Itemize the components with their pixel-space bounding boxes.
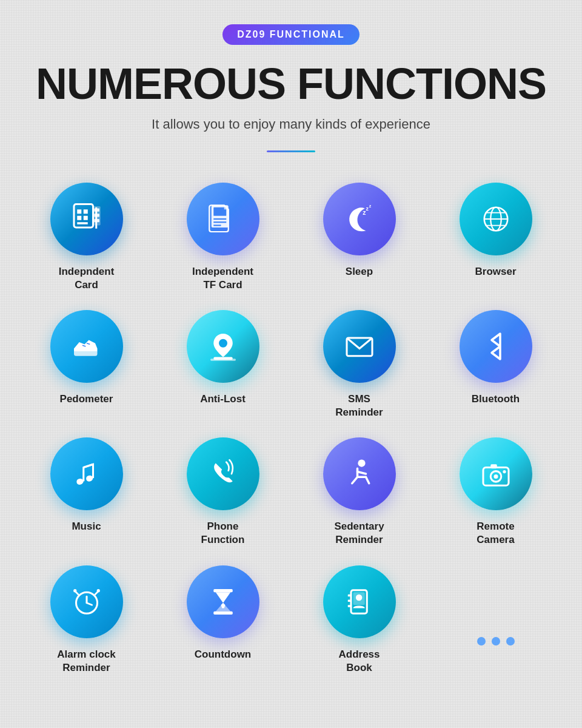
dot-1: [477, 637, 486, 645]
product-badge: DZ09 FUNCTIONAL: [222, 24, 360, 45]
svg-rect-3: [77, 216, 81, 220]
feature-sleep: z z z Sleep: [297, 183, 421, 292]
feature-label-browser: Browser: [475, 265, 516, 278]
svg-point-43: [96, 589, 99, 592]
sms-icon: [343, 329, 376, 363]
svg-rect-49: [347, 594, 350, 596]
svg-rect-4: [83, 216, 87, 220]
svg-point-36: [503, 470, 506, 473]
svg-rect-44: [213, 589, 233, 592]
feature-label-camera: RemoteCamera: [477, 520, 514, 547]
feature-sedentary: SedentaryReminder: [297, 437, 421, 547]
feature-label-sedentary: SedentaryReminder: [334, 520, 384, 547]
svg-rect-35: [490, 465, 497, 469]
feature-label-phone: PhoneFunction: [201, 520, 245, 547]
icon-bg-alarm: [50, 565, 123, 638]
svg-rect-51: [347, 605, 350, 607]
music-icon: [70, 457, 104, 491]
svg-point-34: [493, 474, 498, 479]
svg-line-30: [83, 465, 93, 468]
svg-rect-50: [347, 599, 350, 602]
icon-bg-sleep: z z z: [323, 183, 396, 255]
svg-rect-28: [210, 359, 236, 361]
camera-icon: [479, 457, 513, 491]
sim-card-icon: [70, 202, 104, 236]
svg-line-39: [87, 602, 92, 605]
feature-independent-card: IndepndentCard: [24, 183, 149, 292]
icon-bg-sms: [323, 310, 396, 383]
page-subtitle: It allows you to enjoy many kinds of exp…: [152, 116, 430, 132]
svg-point-26: [219, 339, 227, 348]
badge-text: DZ09 FUNCTIONAL: [237, 29, 345, 39]
svg-rect-2: [83, 209, 87, 214]
feature-pedometer: Pedometer: [24, 310, 149, 419]
alarm-icon: [70, 585, 104, 619]
tf-card-icon: [206, 202, 240, 236]
title-divider: [267, 150, 315, 152]
features-grid: IndepndentCard IndependentTF Card z: [24, 183, 558, 675]
svg-rect-45: [213, 611, 233, 614]
feature-label-address-book: AddressBook: [338, 648, 380, 675]
phone-icon: [206, 457, 240, 491]
address-book-icon: [343, 585, 376, 619]
dot-2: [492, 637, 500, 645]
svg-rect-10: [94, 219, 99, 222]
icon-bg-countdown: [187, 565, 259, 638]
icon-bg-tf-card: [187, 183, 259, 255]
countdown-icon: [206, 585, 240, 619]
feature-address-book: AddressBook: [297, 565, 421, 675]
feature-label-music: Music: [72, 520, 101, 533]
feature-tf-card: IndependentTF Card: [161, 183, 285, 292]
svg-rect-8: [94, 209, 99, 212]
icon-bg-bluetooth: [460, 310, 532, 383]
feature-label-pedometer: Pedometer: [60, 393, 113, 406]
icon-bg-independent-card: [50, 183, 123, 255]
browser-icon: [479, 202, 513, 236]
icon-bg-camera: [460, 437, 532, 510]
feature-label-anti-lost: Anti-Lost: [200, 393, 246, 406]
svg-rect-9: [94, 214, 99, 217]
icon-bg-browser: [460, 183, 532, 255]
svg-point-31: [358, 460, 365, 467]
feature-camera: RemoteCamera: [433, 437, 558, 547]
dot-3: [506, 637, 515, 645]
feature-browser: Browser: [433, 183, 558, 292]
feature-label-alarm: Alarm clockReminder: [57, 648, 115, 675]
icon-bg-music: [50, 437, 123, 510]
icon-bg-pedometer: [50, 310, 123, 383]
feature-sms: SMSReminder: [297, 310, 421, 419]
feature-label-bluetooth: Bluetooth: [472, 393, 520, 406]
sleep-icon: z z z: [343, 202, 376, 236]
feature-bluetooth: Bluetooth: [433, 310, 558, 419]
feature-alarm: Alarm clockReminder: [24, 565, 149, 675]
feature-label-independent-card: IndepndentCard: [59, 265, 115, 292]
sedentary-icon: [343, 457, 376, 491]
pedometer-icon: [70, 329, 104, 363]
more-dots: [477, 613, 515, 645]
svg-text:z: z: [369, 204, 371, 208]
feature-label-sms: SMSReminder: [335, 393, 383, 419]
feature-music: Music: [24, 437, 149, 547]
feature-label-tf-card: IndependentTF Card: [192, 265, 253, 292]
svg-rect-5: [77, 222, 88, 224]
icon-bg-phone: [187, 437, 259, 510]
feature-phone: PhoneFunction: [161, 437, 285, 547]
feature-label-sleep: Sleep: [346, 265, 373, 278]
feature-anti-lost: Anti-Lost: [161, 310, 285, 419]
svg-point-42: [73, 589, 76, 592]
feature-more: [433, 565, 558, 675]
bluetooth-icon: [479, 329, 513, 363]
feature-countdown: Countdown: [161, 565, 285, 675]
feature-label-countdown: Countdown: [195, 648, 251, 661]
svg-rect-1: [77, 209, 81, 214]
page-title: NUMEROUS FUNCTIONS: [36, 62, 546, 106]
icon-bg-anti-lost: [187, 310, 259, 383]
anti-lost-icon: [206, 329, 240, 363]
svg-point-48: [355, 594, 362, 601]
icon-bg-address-book: [323, 565, 396, 638]
icon-bg-sedentary: [323, 437, 396, 510]
svg-text:z: z: [366, 206, 369, 212]
